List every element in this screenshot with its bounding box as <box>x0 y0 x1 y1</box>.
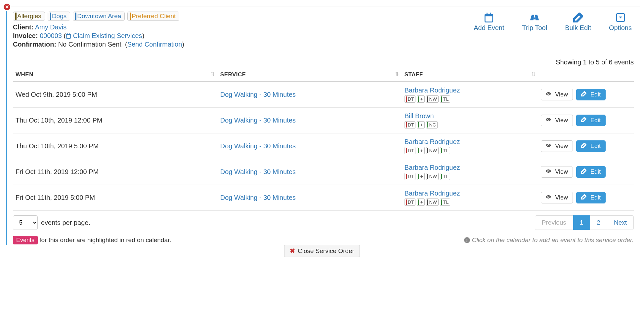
sort-icon: ⇅ <box>395 71 399 77</box>
territory-list: DT+NWTL <box>405 199 536 206</box>
tag-label: Preferred Client <box>132 13 176 20</box>
page-number[interactable]: 2 <box>590 215 607 230</box>
tag-color-bar <box>15 13 17 20</box>
tag-list: AllergiesDogsDowntown AreaPreferred Clie… <box>13 12 184 21</box>
road-icon <box>530 12 539 23</box>
invoice-line: Invoice: 000003 ( Claim Existing Service… <box>13 32 184 40</box>
table-row: Fri Oct 11th, 2019 12:00 PM Dog Walking … <box>13 159 634 185</box>
caret-down-square-icon <box>616 12 625 23</box>
territory-badge[interactable]: DT <box>405 147 416 154</box>
territory-badge[interactable]: NC <box>426 121 438 128</box>
cell-when: Wed Oct 9th, 2019 5:00 PM <box>13 82 218 108</box>
page-number[interactable]: 1 <box>573 215 590 230</box>
territory-badge[interactable]: DT <box>405 121 416 128</box>
info-icon: ! <box>464 237 470 243</box>
staff-link[interactable]: Barbara Rodriguez <box>405 164 460 171</box>
cell-when: Thu Oct 10th, 2019 12:00 PM <box>13 108 218 133</box>
edit-button[interactable]: Edit <box>576 140 606 152</box>
territory-badge[interactable]: DT <box>405 95 416 103</box>
invoice-link[interactable]: 000003 <box>40 32 62 39</box>
tag[interactable]: Allergies <box>13 12 45 21</box>
cell-when: Thu Oct 10th, 2019 5:00 PM <box>13 133 218 159</box>
close-icon: ✖ <box>290 247 295 255</box>
territory-badge[interactable]: + <box>417 95 424 103</box>
service-link[interactable]: Dog Walking - 30 Minutes <box>220 194 296 201</box>
confirmation-status: No Confirmation Sent <box>58 41 121 48</box>
col-service[interactable]: SERVICE⇅ <box>218 68 402 82</box>
territory-badge[interactable]: TL <box>440 199 450 206</box>
eye-icon <box>546 117 552 124</box>
tag-color-bar <box>130 13 131 20</box>
territory-list: DT+NWTL <box>405 95 536 103</box>
territory-badge[interactable]: NW <box>426 95 439 103</box>
service-link[interactable]: Dog Walking - 30 Minutes <box>220 142 296 150</box>
tag-label: Downtown Area <box>77 13 121 20</box>
table-row: Fri Oct 11th, 2019 5:00 PM Dog Walking -… <box>13 185 634 211</box>
territory-badge[interactable]: + <box>417 147 424 154</box>
tag[interactable]: Downtown Area <box>73 12 125 21</box>
territory-badge[interactable]: + <box>417 173 424 180</box>
close-panel-icon[interactable]: ✕ <box>3 3 11 11</box>
col-when[interactable]: WHEN⇅ <box>13 68 218 82</box>
edit-button[interactable]: Edit <box>576 166 606 178</box>
calendar-icon <box>484 12 494 23</box>
page-next[interactable]: Next <box>607 215 634 230</box>
page-previous[interactable]: Previous <box>535 215 573 230</box>
col-staff[interactable]: STAFF⇅ <box>402 68 538 82</box>
add-event-button[interactable]: Add Event <box>474 12 504 32</box>
territory-badge[interactable]: DT <box>405 199 416 206</box>
close-service-order-button[interactable]: ✖ Close Service Order <box>284 245 360 257</box>
staff-link[interactable]: Bill Brown <box>405 112 434 120</box>
territory-list: DT+NWTL <box>405 173 536 180</box>
eye-icon <box>546 143 552 150</box>
territory-badge[interactable]: + <box>417 121 424 128</box>
territory-list: DT+NWTL <box>405 147 536 154</box>
eye-icon <box>546 91 552 98</box>
edit-icon <box>581 117 587 124</box>
territory-badge[interactable]: TL <box>440 173 450 180</box>
view-button[interactable]: View <box>541 140 573 152</box>
service-link[interactable]: Dog Walking - 30 Minutes <box>220 91 296 98</box>
cell-when: Fri Oct 11th, 2019 5:00 PM <box>13 185 218 211</box>
send-confirmation-link[interactable]: Send Confirmation <box>127 41 182 48</box>
view-button[interactable]: View <box>541 192 573 203</box>
table-row: Thu Oct 10th, 2019 12:00 PM Dog Walking … <box>13 108 634 133</box>
edit-icon <box>581 91 587 98</box>
tag-color-bar <box>75 13 76 20</box>
territory-badge[interactable]: TL <box>440 95 450 103</box>
client-link[interactable]: Amy Davis <box>35 23 67 31</box>
trip-tool-button[interactable]: Trip Tool <box>522 12 547 32</box>
territory-badge[interactable]: NW <box>426 199 439 206</box>
view-button[interactable]: View <box>541 89 573 100</box>
tag[interactable]: Preferred Client <box>127 12 179 21</box>
edit-icon <box>581 168 587 175</box>
tag-label: Allergies <box>17 13 41 20</box>
per-page-select[interactable]: 5 <box>13 215 38 230</box>
staff-link[interactable]: Barbara Rodriguez <box>405 87 460 94</box>
per-page-control: 5 events per page. <box>13 215 90 230</box>
bulk-edit-button[interactable]: Bulk Edit <box>565 12 591 32</box>
territory-badge[interactable]: TL <box>440 147 450 154</box>
staff-link[interactable]: Barbara Rodriguez <box>405 138 460 145</box>
events-table: WHEN⇅ SERVICE⇅ STAFF⇅ Wed Oct 9th, 2019 … <box>13 68 634 211</box>
view-button[interactable]: View <box>541 115 573 126</box>
per-page-label: events per page. <box>41 219 90 227</box>
territory-badge[interactable]: + <box>417 199 424 206</box>
edit-button[interactable]: Edit <box>576 89 606 100</box>
service-link[interactable]: Dog Walking - 30 Minutes <box>220 117 296 124</box>
edit-button[interactable]: Edit <box>576 115 606 126</box>
staff-link[interactable]: Barbara Rodriguez <box>405 190 460 197</box>
tag[interactable]: Dogs <box>48 12 70 21</box>
sort-icon: ⇅ <box>211 71 215 77</box>
territory-badge[interactable]: NW <box>426 173 439 180</box>
edit-button[interactable]: Edit <box>576 192 606 203</box>
territory-badge[interactable]: NW <box>426 147 439 154</box>
confirmation-label: Confirmation: <box>13 41 56 48</box>
action-bar: Add Event Trip Tool Bulk Edit Options <box>474 12 634 32</box>
service-link[interactable]: Dog Walking - 30 Minutes <box>220 168 296 175</box>
territory-badge[interactable]: DT <box>405 173 416 180</box>
options-button[interactable]: Options <box>609 12 632 32</box>
edit-icon <box>581 194 587 201</box>
view-button[interactable]: View <box>541 166 573 178</box>
claim-services-link[interactable]: Claim Existing Services <box>73 32 142 39</box>
